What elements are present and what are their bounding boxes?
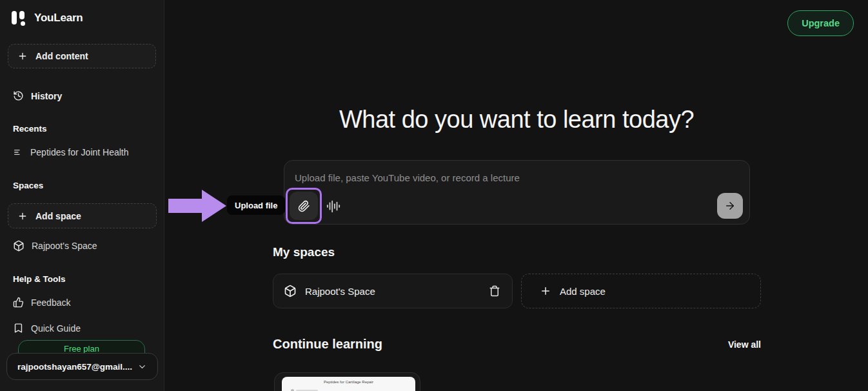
help-tools-heading: Help & Tools <box>13 274 66 284</box>
view-all-button[interactable]: View all <box>728 339 761 350</box>
annotation-arrow-icon <box>168 188 228 223</box>
submit-button[interactable] <box>717 193 743 219</box>
add-space-card[interactable]: Add space <box>521 274 761 308</box>
plus-icon <box>17 211 28 221</box>
box-icon <box>284 285 297 297</box>
add-space-button[interactable]: Add space <box>8 203 157 228</box>
continue-learning-heading: Continue learning <box>273 337 382 352</box>
add-content-button[interactable]: Add content <box>8 44 156 68</box>
add-content-label: Add content <box>35 51 88 61</box>
thumbs-up-icon <box>13 297 24 308</box>
space-item-label: Rajpoot's Space <box>32 241 97 251</box>
page-title: What do you want to learn today? <box>165 106 868 134</box>
continue-learning-card[interactable]: Peptides for Cartilage Repair <box>274 372 420 391</box>
delete-space-button[interactable] <box>488 284 502 298</box>
app-name: YouLearn <box>34 12 83 25</box>
audio-waveform-icon <box>326 199 340 214</box>
continue-learning-header: Continue learning View all <box>273 337 761 352</box>
sidebar-item-quick-guide[interactable]: Quick Guide <box>13 323 81 334</box>
spaces-heading: Spaces <box>13 181 43 190</box>
chevron-down-icon <box>137 362 147 372</box>
sidebar: YouLearn Add content History Recents Pep… <box>0 0 164 391</box>
add-space-label: Add space <box>35 211 81 221</box>
account-menu-button[interactable]: rajpootshayan657@gmail.... <box>6 353 158 380</box>
document-thumbnail: Peptides for Cartilage Repair <box>282 377 415 391</box>
plus-icon <box>17 51 28 61</box>
content-input-card <box>284 160 750 225</box>
quick-guide-label: Quick Guide <box>31 323 81 334</box>
sidebar-item-history[interactable]: History <box>13 90 62 101</box>
space-card-name: Rajpoot's Space <box>305 286 479 297</box>
list-lines-icon <box>13 147 23 157</box>
history-icon <box>13 90 24 101</box>
upload-file-button[interactable] <box>290 192 318 220</box>
my-spaces-heading: My spaces <box>273 245 335 259</box>
trash-icon <box>489 285 500 297</box>
thumbnail-title: Peptides for Cartilage Repair <box>282 377 415 384</box>
content-input[interactable] <box>288 168 745 193</box>
paperclip-icon <box>298 200 310 212</box>
main-area: Upgrade What do you want to learn today?… <box>165 0 868 391</box>
bookmark-icon <box>13 323 24 334</box>
add-space-card-label: Add space <box>560 286 606 297</box>
account-email: rajpootshayan657@gmail.... <box>17 362 132 372</box>
plus-icon <box>540 285 551 297</box>
feedback-label: Feedback <box>31 297 70 308</box>
sidebar-item-space[interactable]: Rajpoot's Space <box>13 240 97 252</box>
sidebar-item-feedback[interactable]: Feedback <box>13 297 70 308</box>
app-logo: YouLearn <box>10 9 83 27</box>
space-card[interactable]: Rajpoot's Space <box>273 274 513 308</box>
box-icon <box>13 240 25 252</box>
upload-file-tooltip: Upload file <box>227 196 285 215</box>
sidebar-item-recent[interactable]: Peptides for Joint Health <box>13 147 129 157</box>
recent-item-label: Peptides for Joint Health <box>30 147 129 157</box>
youlearn-logo-icon <box>10 9 28 27</box>
arrow-right-icon <box>724 200 736 212</box>
recents-heading: Recents <box>13 124 47 134</box>
record-lecture-button[interactable] <box>326 199 341 214</box>
history-label: History <box>31 91 62 101</box>
upgrade-button[interactable]: Upgrade <box>787 10 854 36</box>
